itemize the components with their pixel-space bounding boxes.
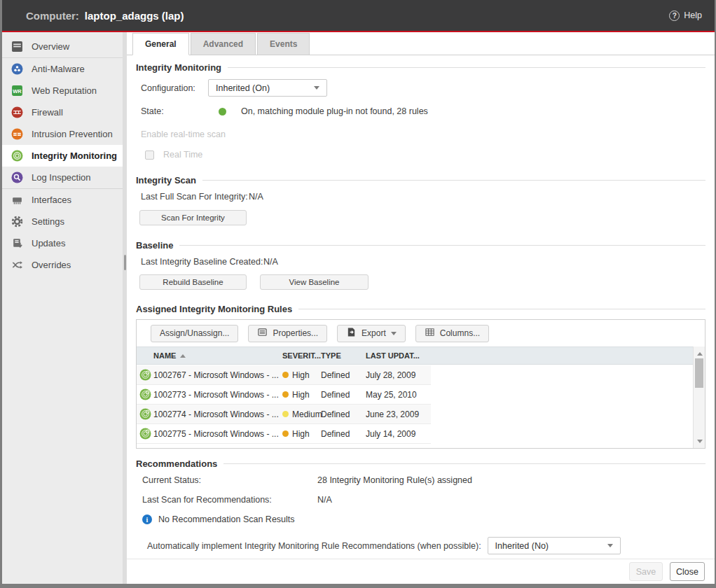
table-scrollbar[interactable] [693,346,705,448]
rule-name: 1002774 - Microsoft Windows - ... [153,410,282,419]
configuration-dropdown[interactable]: Inherited (On) [208,79,327,97]
columns-button[interactable]: Columns... [415,325,489,342]
sidebar-item-label: Overrides [32,260,71,270]
table-row[interactable]: 1002773 - Microsoft Windows - ... High D… [137,385,431,405]
section-assigned-rules: Assigned Integrity Monitoring Rules [136,304,705,314]
last-full-scan-label: Last Full Scan For Integrity: [141,192,249,202]
rule-last-updated: July 28, 2009 [366,370,430,380]
svg-text:WR: WR [13,88,22,94]
section-title: Baseline [136,240,173,251]
close-button[interactable]: Close [670,562,705,581]
sidebar-item-intrusion-prevention[interactable]: Intrusion Prevention [2,123,123,145]
current-status-label: Current Status: [142,475,317,485]
export-icon [346,327,357,340]
rules-toolbar: Assign/Unassign... Properties... Export [137,320,705,346]
sort-ascending-icon [180,354,186,358]
auto-implement-label: Automatically implement Integrity Monito… [147,541,481,551]
sidebar-item-anti-malware[interactable]: Anti-Malware [2,58,123,80]
sidebar-item-label: Web Reputation [32,85,97,96]
sidebar-item-overview[interactable]: Overview [2,36,123,57]
web-reputation-icon: WR [11,85,23,97]
rule-type: Defined [321,370,366,380]
save-button[interactable]: Save [629,562,663,581]
state-indicator [219,108,226,115]
current-status-value: 28 Integrity Monitoring Rule(s) assigned [317,475,472,485]
scroll-up-arrow[interactable] [694,348,705,359]
severity-dot [282,430,289,437]
sidebar-item-label: Interfaces [32,195,71,205]
export-button[interactable]: Export [337,325,406,342]
rule-severity: High [292,429,310,439]
severity-dot [282,391,289,398]
rules-panel: Assign/Unassign... Properties... Export [136,319,705,449]
configuration-value: Inherited (On) [216,83,270,93]
column-header-last-updated[interactable]: LAST UPDAT... [366,351,430,360]
updates-icon [11,237,23,249]
export-label: Export [362,328,386,338]
firewall-icon [11,106,23,118]
sidebar-item-web-reputation[interactable]: WR Web Reputation [2,80,123,102]
sidebar-item-overrides[interactable]: Overrides [2,254,123,276]
rule-type: Defined [321,390,366,400]
view-baseline-button[interactable]: View Baseline [260,274,369,290]
sidebar-item-updates[interactable]: Updates [2,232,123,254]
table-row[interactable]: 1002767 - Microsoft Windows - ... High D… [137,365,431,385]
sidebar-item-interfaces[interactable]: Interfaces [2,189,123,211]
severity-dot [282,372,289,378]
last-full-scan-value: N/A [249,192,263,202]
column-header-severity[interactable]: SEVERIT... [282,351,321,360]
help-button[interactable]: ? Help [669,10,702,21]
computer-details-window: Computer: laptop_adaggs (lap) ? Help Ove… [0,0,716,588]
rule-name: 1002767 - Microsoft Windows - ... [153,370,282,380]
rule-last-updated: June 23, 2009 [366,410,430,419]
tab-advanced[interactable]: Advanced [191,33,256,55]
column-header-name[interactable]: NAME [153,351,282,360]
tab-general[interactable]: General [132,33,189,55]
properties-icon [257,327,268,340]
section-rule [202,180,705,181]
help-icon: ? [669,10,680,21]
section-integrity-scan: Integrity Scan [136,175,705,186]
window-title-prefix: Computer: [26,10,79,22]
section-title: Integrity Monitoring [136,62,221,73]
sidebar-item-label: Firewall [32,107,63,118]
columns-label: Columns... [440,328,480,338]
section-rule [228,67,705,68]
rule-name: 1002775 - Microsoft Windows - ... [153,429,282,439]
sidebar-item-integrity-monitoring[interactable]: Integrity Monitoring [2,145,123,167]
sidebar-item-label: Settings [32,216,64,227]
properties-button[interactable]: Properties... [248,325,327,342]
integrity-rule-icon [137,369,153,381]
section-title: Recommendations [136,458,217,469]
sidebar-item-log-inspection[interactable]: Log Inspection [2,167,123,188]
column-name-label: NAME [153,351,176,360]
auto-implement-dropdown[interactable]: Inherited (No) [488,537,621,554]
table-row[interactable]: 1002775 - Microsoft Windows - ... High D… [137,424,431,444]
sidebar-item-label: Anti-Malware [32,64,85,74]
scrollbar-thumb[interactable] [695,358,703,388]
sidebar: Overview Anti-Malware WR Web Reputation [2,32,127,584]
overview-icon [11,41,23,52]
assign-unassign-button[interactable]: Assign/Unassign... [151,325,238,342]
section-rule [223,463,705,464]
sidebar-item-settings[interactable]: Settings [2,211,123,232]
main-panel: General Advanced Events Integrity Monito… [127,32,715,584]
sidebar-resize-handle[interactable] [124,255,126,270]
chevron-down-icon [607,544,613,547]
rebuild-baseline-button[interactable]: Rebuild Baseline [139,274,247,290]
column-header-type[interactable]: TYPE [321,351,366,360]
tab-events[interactable]: Events [257,33,310,55]
rule-type: Defined [321,410,366,419]
sidebar-item-label: Log Inspection [32,172,91,183]
scan-for-integrity-button[interactable]: Scan For Integrity [139,210,247,225]
state-text: On, matching module plug-in not found, 2… [241,106,428,116]
section-rule [179,245,705,246]
last-baseline-value: N/A [263,257,278,267]
scroll-down-arrow[interactable] [694,435,705,447]
window-chrome: Computer: laptop_adaggs (lap) ? Help Ove… [2,0,715,584]
integrity-monitoring-icon [11,150,23,162]
section-baseline: Baseline [136,240,705,251]
table-row[interactable]: 1002774 - Microsoft Windows - ... Medium… [137,405,431,424]
sidebar-item-firewall[interactable]: Firewall [2,102,123,123]
realtime-checkbox[interactable] [145,150,154,160]
